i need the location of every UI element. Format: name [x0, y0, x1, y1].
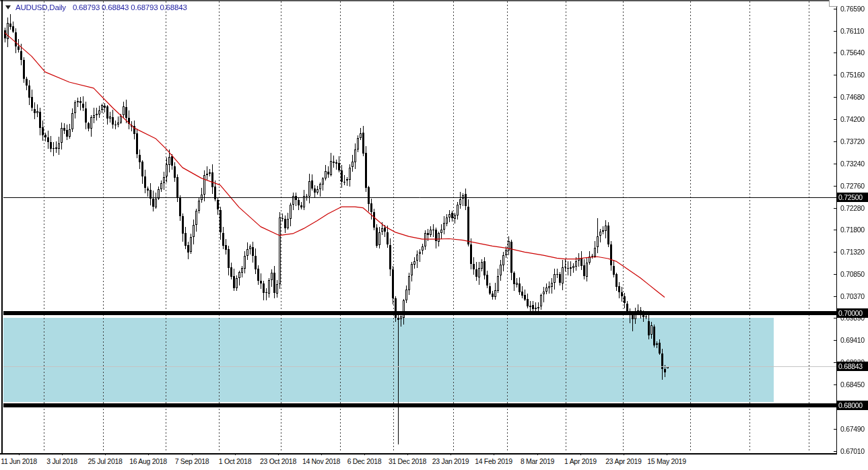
x-axis-label: 1 Oct 2018 — [211, 457, 259, 465]
y-axis-label: 0.71800 — [840, 226, 867, 234]
x-axis-label: 23 Oct 2018 — [255, 457, 302, 465]
price-level-badge: 0.70000 — [837, 308, 868, 318]
y-axis-label: 0.73240 — [840, 160, 867, 168]
x-axis-label: 15 May 2019 — [643, 457, 690, 465]
y-axis-label: 0.75160 — [840, 71, 867, 79]
y-axis-label: 0.67490 — [840, 425, 867, 433]
chart-shift-marker[interactable] — [829, 0, 838, 7]
x-axis-label: 3 Jul 2018 — [38, 457, 86, 465]
y-axis-label: 0.69410 — [840, 336, 867, 344]
x-axis-label: 23 Apr 2019 — [600, 457, 647, 465]
symbol-period-label: AUDUSD,Daily — [15, 3, 66, 11]
y-axis-label: 0.74680 — [840, 93, 867, 101]
x-axis-label: 23 Jan 2019 — [427, 457, 474, 465]
y-axis-label: 0.73720 — [840, 137, 867, 145]
x-axis-label: 8 Mar 2019 — [514, 457, 561, 465]
chart-title: AUDUSD,Daily0.68793 0.68843 0.68793 0.68… — [5, 3, 187, 11]
price-level-badge: 0.72500 — [837, 193, 868, 202]
y-axis-label: 0.76110 — [840, 27, 867, 35]
x-axis-label: 16 Aug 2018 — [125, 457, 172, 465]
price-chart-canvas[interactable] — [0, 0, 839, 455]
triangle-down-icon[interactable] — [5, 5, 11, 9]
x-axis-label: 14 Feb 2019 — [470, 457, 517, 465]
x-axis-label: 14 Nov 2018 — [298, 457, 345, 465]
y-axis-label: 0.72280 — [840, 204, 867, 212]
x-axis-label: 1 Apr 2019 — [557, 457, 604, 465]
x-axis-label: 25 Jul 2018 — [81, 457, 129, 465]
y-axis-label: 0.71320 — [840, 248, 867, 256]
x-axis-label: 11 Jun 2018 — [0, 457, 42, 465]
x-axis-label: 7 Sep 2018 — [168, 457, 215, 465]
y-axis-label: 0.72760 — [840, 182, 867, 190]
current-price-badge: 0.68843 — [837, 362, 868, 371]
y-axis-label: 0.74200 — [840, 115, 867, 123]
price-level-badge: 0.68000 — [837, 401, 868, 410]
x-axis-label: 31 Dec 2018 — [384, 457, 431, 465]
y-axis-label: 0.75640 — [840, 48, 867, 57]
y-axis-label: 0.67010 — [840, 447, 867, 455]
y-axis-label: 0.70850 — [840, 270, 867, 278]
y-axis-label: 0.70370 — [840, 292, 867, 300]
chart-window: AUDUSD,Daily0.68793 0.68843 0.68793 0.68… — [0, 0, 868, 470]
y-axis-label: 0.68450 — [840, 380, 867, 389]
y-axis-label: 0.76590 — [840, 5, 867, 13]
x-axis-label: 6 Dec 2018 — [341, 457, 388, 465]
ohlc-values: 0.68793 0.68843 0.68793 0.68843 — [73, 3, 187, 11]
